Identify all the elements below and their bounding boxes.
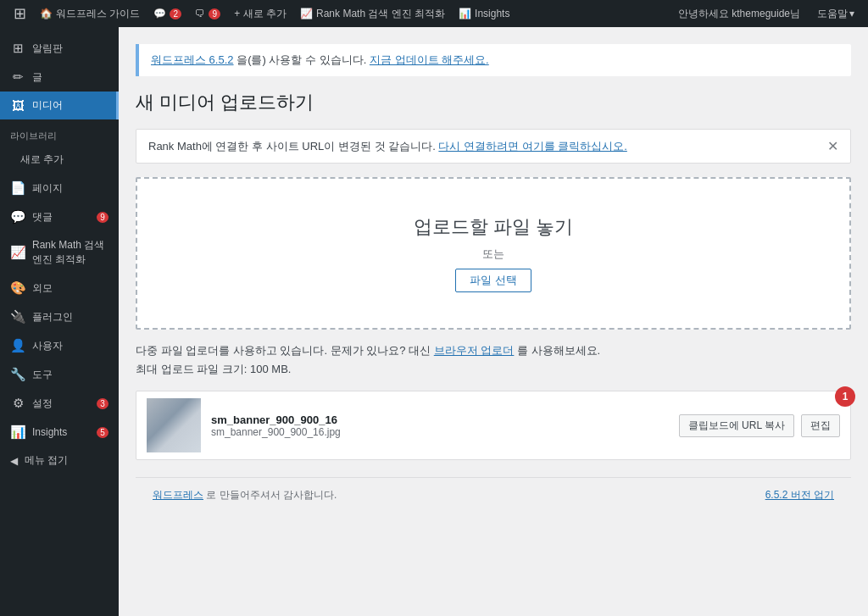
page-title: 새 미디어 업로드하기 <box>136 90 851 115</box>
select-file-button[interactable]: 파일 선택 <box>455 269 531 292</box>
rankmath-label: Rank Math 검색 엔진 최적화 <box>316 7 445 21</box>
posts-label: 글 <box>32 70 42 85</box>
appearance-icon: 🎨 <box>10 280 25 296</box>
sidebar-item-posts[interactable]: ✏ 글 <box>0 63 119 92</box>
upload-size-info: 최대 업로드 파일 크기: 100 MB. <box>136 362 851 377</box>
floating-number-badge: 1 <box>835 386 855 407</box>
sidebar-item-new-add[interactable]: 새로 추가 <box>0 146 119 174</box>
insights-sidebar-label: Insights <box>32 426 67 438</box>
upload-or-text: 또는 <box>482 247 504 262</box>
upload-info-text: 다중 파일 업로더를 사용하고 있습니다. 문제가 있나요? 대신 <box>136 344 431 357</box>
rankmath-link[interactable]: 📈 Rank Math 검색 엔진 최적화 <box>293 0 452 27</box>
sidebar: ⊞ 알림판 ✏ 글 🖼 미디어 라이브러리 새로 추가 📄 페이지 💬 댓글 9… <box>0 27 119 616</box>
update-text: 을(를) 사용할 수 있습니다. <box>236 53 366 66</box>
admin-bar: ⊞ 🏠 워드프레스 가이드 💬 2 🗨 9 + 새로 추가 📈 Rank Mat… <box>0 0 868 27</box>
media-label: 미디어 <box>32 98 63 113</box>
media-item: sm_banner_900_900_16 sm_banner_900_900_1… <box>136 391 851 460</box>
comments-sidebar-badge: 9 <box>97 212 108 223</box>
upload-info-suffix: 를 사용해보세요. <box>517 344 600 357</box>
sidebar-item-media[interactable]: 🖼 미디어 <box>0 92 119 119</box>
sidebar-item-rankmath[interactable]: 📈 Rank Math 검색 엔진 최적화 <box>0 231 119 274</box>
media-actions: 클립보드에 URL 복사 편집 <box>679 414 840 437</box>
sidebar-item-settings[interactable]: ⚙ 설정 3 <box>0 389 119 418</box>
rankmath-notice-text: Rank Math에 연결한 후 사이트 URL이 변경된 것 같습니다. <box>148 140 436 153</box>
pages-icon: 📄 <box>10 180 25 196</box>
copy-url-button[interactable]: 클립보드에 URL 복사 <box>679 414 794 437</box>
tools-label: 도구 <box>32 368 53 382</box>
insights-label: Insights <box>475 8 509 19</box>
update-notice: 워드프레스 6.5.2 을(를) 사용할 수 있습니다. 지금 업데이트 해주세… <box>136 44 851 76</box>
new-label: + 새로 추가 <box>234 7 287 21</box>
comments-count2: 9 <box>209 8 220 19</box>
sidebar-item-insights[interactable]: 📊 Insights 5 <box>0 418 119 447</box>
footer: 워드프레스 로 만들어주셔서 감사합니다. 6.5.2 버전 업기 <box>136 477 851 513</box>
speech-icon: 🗨 <box>195 8 205 19</box>
collapse-icon: ◀ <box>10 455 18 467</box>
new-content-link[interactable]: + 새로 추가 <box>227 0 293 27</box>
insights-badge: 5 <box>97 427 108 438</box>
media-info: sm_banner_900_900_16 sm_banner_900_900_1… <box>211 413 669 438</box>
dashboard-label: 알림판 <box>32 42 63 56</box>
collapse-menu-button[interactable]: ◀ 메뉴 접기 <box>0 447 119 474</box>
library-section: 라이브러리 <box>0 119 119 146</box>
rankmath-sidebar-label: Rank Math 검색 엔진 최적화 <box>32 238 108 267</box>
posts-icon: ✏ <box>10 69 25 85</box>
site-name-link[interactable]: 🏠 워드프레스 가이드 <box>33 0 147 27</box>
media-thumbnail <box>147 398 201 452</box>
upload-dropzone[interactable]: 업로드할 파일 놓기 또는 파일 선택 <box>136 177 851 330</box>
media-filename: sm_banner_900_900_16.jpg <box>211 426 669 438</box>
upload-drop-text: 업로드할 파일 놓기 <box>414 214 573 240</box>
thumbnail-image <box>147 398 201 452</box>
users-label: 사용자 <box>32 339 63 353</box>
collapse-label: 메뉴 접기 <box>25 453 68 468</box>
comments-icon-link2[interactable]: 🗨 9 <box>188 0 227 27</box>
settings-icon: ⚙ <box>10 396 25 411</box>
comments-icon-link[interactable]: 💬 2 <box>147 0 188 27</box>
edit-media-button[interactable]: 편집 <box>801 414 840 437</box>
chart-icon: 📈 <box>300 8 313 19</box>
footer-suffix: 로 만들어주셔서 감사합니다. <box>206 489 337 501</box>
plugins-label: 플러그인 <box>32 310 73 325</box>
update-action-link[interactable]: 지금 업데이트 해주세요. <box>370 53 489 66</box>
plugins-icon: 🔌 <box>10 309 25 325</box>
sidebar-item-tools[interactable]: 🔧 도구 <box>0 360 119 389</box>
wordpress-footer-link[interactable]: 워드프레스 <box>153 489 203 501</box>
sidebar-item-appearance[interactable]: 🎨 외모 <box>0 274 119 302</box>
update-version-link[interactable]: 워드프레스 6.5.2 <box>151 53 234 66</box>
version-link[interactable]: 6.5.2 버전 업기 <box>765 488 834 502</box>
help-label: 도움말 <box>817 7 848 21</box>
comments-sidebar-label: 댓글 <box>32 210 53 225</box>
rankmath-notice: Rank Math에 연결한 후 사이트 URL이 변경된 것 같습니다. 다시… <box>136 129 851 164</box>
notice-close-button[interactable]: ✕ <box>827 138 838 154</box>
home-icon: 🏠 <box>40 8 53 19</box>
rankmath-sidebar-icon: 📈 <box>10 245 25 260</box>
users-icon: 👤 <box>10 338 25 353</box>
wp-logo-icon: ⊞ <box>14 4 26 23</box>
tools-icon: 🔧 <box>10 367 25 382</box>
browser-uploader-link[interactable]: 브라우저 업로더 <box>434 344 515 357</box>
bar-chart-icon: 📊 <box>459 8 471 19</box>
main-content: 워드프레스 6.5.2 을(를) 사용할 수 있습니다. 지금 업데이트 해주세… <box>119 27 868 616</box>
sidebar-item-pages[interactable]: 📄 페이지 <box>0 174 119 203</box>
dashboard-icon: ⊞ <box>10 41 25 56</box>
wp-logo-menu[interactable]: ⊞ <box>7 0 33 27</box>
insights-link[interactable]: 📊 Insights <box>452 0 516 27</box>
settings-label: 설정 <box>32 397 53 411</box>
upload-info: 다중 파일 업로더를 사용하고 있습니다. 문제가 있나요? 대신 브라우저 업… <box>136 343 851 358</box>
sidebar-item-comments[interactable]: 💬 댓글 9 <box>0 203 119 231</box>
media-name: sm_banner_900_900_16 <box>211 413 669 426</box>
sidebar-item-dashboard[interactable]: ⊞ 알림판 <box>0 34 119 63</box>
media-icon: 🖼 <box>10 98 25 113</box>
insights-sidebar-icon: 📊 <box>10 425 25 440</box>
settings-badge: 3 <box>97 398 108 409</box>
comments-sidebar-icon: 💬 <box>10 209 25 225</box>
sidebar-item-plugins[interactable]: 🔌 플러그인 <box>0 302 119 331</box>
rankmath-reconnect-link[interactable]: 다시 연결하려면 여기를 클릭하십시오. <box>438 140 626 153</box>
sidebar-item-users[interactable]: 👤 사용자 <box>0 331 119 360</box>
user-greeting: 안녕하세요 kthemeguide님 <box>671 7 807 21</box>
chevron-down-icon: ▾ <box>849 8 854 19</box>
help-button[interactable]: 도움말 ▾ <box>810 7 861 21</box>
appearance-label: 외모 <box>32 281 53 296</box>
pages-label: 페이지 <box>32 181 63 196</box>
site-name: 워드프레스 가이드 <box>56 7 140 21</box>
